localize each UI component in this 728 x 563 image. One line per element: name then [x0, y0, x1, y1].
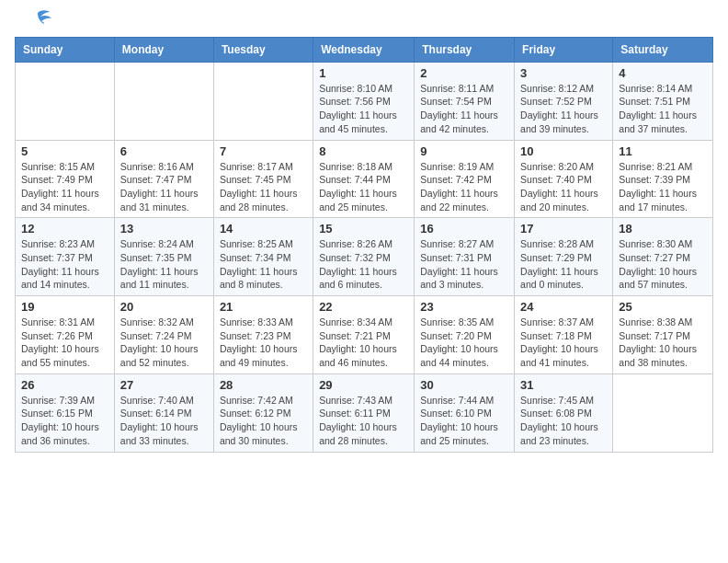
day-number: 20	[120, 300, 208, 314]
day-info: Sunrise: 7:40 AM Sunset: 6:14 PM Dayligh…	[120, 394, 208, 448]
day-info: Sunrise: 8:26 AM Sunset: 7:32 PM Dayligh…	[319, 237, 408, 292]
calendar-header-row: SundayMondayTuesdayWednesdayThursdayFrid…	[16, 37, 713, 62]
day-info: Sunrise: 8:32 AM Sunset: 7:24 PM Dayligh…	[120, 316, 208, 370]
day-info: Sunrise: 8:19 AM Sunset: 7:42 PM Dayligh…	[420, 160, 508, 214]
day-info: Sunrise: 8:23 AM Sunset: 7:37 PM Dayligh…	[21, 237, 108, 292]
day-info: Sunrise: 8:21 AM Sunset: 7:39 PM Dayligh…	[619, 160, 707, 214]
day-number: 10	[520, 144, 607, 158]
day-number: 15	[319, 222, 408, 236]
calendar-cell: 2Sunrise: 8:11 AM Sunset: 7:54 PM Daylig…	[415, 62, 515, 140]
calendar-cell: 5Sunrise: 8:15 AM Sunset: 7:49 PM Daylig…	[16, 140, 115, 218]
calendar-cell: 14Sunrise: 8:25 AM Sunset: 7:34 PM Dayli…	[213, 218, 313, 296]
calendar-cell: 27Sunrise: 7:40 AM Sunset: 6:14 PM Dayli…	[114, 373, 213, 452]
day-number: 31	[520, 378, 607, 392]
page-header	[0, 0, 728, 37]
day-number: 3	[520, 66, 607, 80]
calendar-cell: 8Sunrise: 8:18 AM Sunset: 7:44 PM Daylig…	[313, 140, 415, 218]
calendar-cell: 19Sunrise: 8:31 AM Sunset: 7:26 PM Dayli…	[16, 296, 115, 374]
calendar-cell: 26Sunrise: 7:39 AM Sunset: 6:15 PM Dayli…	[16, 373, 115, 452]
calendar-cell: 24Sunrise: 8:37 AM Sunset: 7:18 PM Dayli…	[515, 296, 613, 374]
day-number: 6	[120, 144, 208, 158]
day-number: 12	[21, 222, 108, 236]
calendar-cell: 17Sunrise: 8:28 AM Sunset: 7:29 PM Dayli…	[515, 218, 613, 296]
calendar-cell: 6Sunrise: 8:16 AM Sunset: 7:47 PM Daylig…	[114, 140, 213, 218]
calendar-cell: 28Sunrise: 7:42 AM Sunset: 6:12 PM Dayli…	[213, 373, 313, 452]
calendar-cell: 16Sunrise: 8:27 AM Sunset: 7:31 PM Dayli…	[415, 218, 515, 296]
day-number: 21	[220, 300, 307, 314]
calendar-cell: 1Sunrise: 8:10 AM Sunset: 7:56 PM Daylig…	[313, 62, 415, 140]
day-number: 18	[619, 222, 707, 236]
calendar-cell: 20Sunrise: 8:32 AM Sunset: 7:24 PM Dayli…	[114, 296, 213, 374]
day-info: Sunrise: 8:31 AM Sunset: 7:26 PM Dayligh…	[21, 316, 108, 370]
day-info: Sunrise: 8:27 AM Sunset: 7:31 PM Dayligh…	[420, 237, 508, 292]
day-info: Sunrise: 8:11 AM Sunset: 7:54 PM Dayligh…	[420, 82, 508, 136]
calendar-cell	[114, 62, 213, 140]
day-info: Sunrise: 8:34 AM Sunset: 7:21 PM Dayligh…	[319, 316, 408, 370]
calendar-cell: 23Sunrise: 8:35 AM Sunset: 7:20 PM Dayli…	[415, 296, 515, 374]
day-number: 16	[420, 222, 508, 236]
day-number: 13	[120, 222, 208, 236]
day-number: 22	[319, 300, 408, 314]
day-number: 30	[420, 378, 508, 392]
day-info: Sunrise: 7:44 AM Sunset: 6:10 PM Dayligh…	[420, 394, 508, 448]
day-number: 5	[21, 144, 108, 158]
calendar-week-row: 19Sunrise: 8:31 AM Sunset: 7:26 PM Dayli…	[16, 296, 713, 374]
calendar-table: SundayMondayTuesdayWednesdayThursdayFrid…	[15, 37, 713, 453]
day-number: 24	[520, 300, 607, 314]
day-header-sunday: Sunday	[16, 37, 115, 62]
day-number: 8	[319, 144, 408, 158]
logo	[22, 15, 51, 33]
day-info: Sunrise: 8:14 AM Sunset: 7:51 PM Dayligh…	[619, 82, 707, 136]
calendar-cell: 25Sunrise: 8:38 AM Sunset: 7:17 PM Dayli…	[613, 296, 713, 374]
day-number: 19	[21, 300, 108, 314]
day-info: Sunrise: 8:17 AM Sunset: 7:45 PM Dayligh…	[220, 160, 307, 214]
calendar-cell	[613, 373, 713, 452]
calendar-cell: 31Sunrise: 7:45 AM Sunset: 6:08 PM Dayli…	[515, 373, 613, 452]
day-number: 7	[220, 144, 307, 158]
day-header-tuesday: Tuesday	[213, 37, 313, 62]
calendar-cell: 11Sunrise: 8:21 AM Sunset: 7:39 PM Dayli…	[613, 140, 713, 218]
day-header-wednesday: Wednesday	[313, 37, 415, 62]
calendar-week-row: 12Sunrise: 8:23 AM Sunset: 7:37 PM Dayli…	[16, 218, 713, 296]
day-info: Sunrise: 8:10 AM Sunset: 7:56 PM Dayligh…	[319, 82, 408, 136]
day-info: Sunrise: 7:43 AM Sunset: 6:11 PM Dayligh…	[319, 394, 408, 448]
day-info: Sunrise: 8:33 AM Sunset: 7:23 PM Dayligh…	[220, 316, 307, 370]
calendar-cell: 15Sunrise: 8:26 AM Sunset: 7:32 PM Dayli…	[313, 218, 415, 296]
day-number: 29	[319, 378, 408, 392]
day-header-saturday: Saturday	[613, 37, 713, 62]
day-number: 1	[319, 66, 408, 80]
calendar-cell: 18Sunrise: 8:30 AM Sunset: 7:27 PM Dayli…	[613, 218, 713, 296]
day-info: Sunrise: 8:25 AM Sunset: 7:34 PM Dayligh…	[220, 237, 307, 292]
calendar-container: SundayMondayTuesdayWednesdayThursdayFrid…	[0, 37, 728, 464]
day-info: Sunrise: 8:15 AM Sunset: 7:49 PM Dayligh…	[21, 160, 108, 214]
day-info: Sunrise: 8:38 AM Sunset: 7:17 PM Dayligh…	[619, 316, 707, 370]
calendar-week-row: 26Sunrise: 7:39 AM Sunset: 6:15 PM Dayli…	[16, 373, 713, 452]
day-number: 26	[21, 378, 108, 392]
day-header-friday: Friday	[515, 37, 613, 62]
day-number: 28	[220, 378, 307, 392]
logo-bird-icon	[24, 9, 51, 29]
calendar-cell	[213, 62, 313, 140]
day-number: 23	[420, 300, 508, 314]
day-number: 4	[619, 66, 707, 80]
calendar-cell: 10Sunrise: 8:20 AM Sunset: 7:40 PM Dayli…	[515, 140, 613, 218]
day-number: 2	[420, 66, 508, 80]
calendar-cell: 13Sunrise: 8:24 AM Sunset: 7:35 PM Dayli…	[114, 218, 213, 296]
day-info: Sunrise: 7:42 AM Sunset: 6:12 PM Dayligh…	[220, 394, 307, 448]
calendar-cell: 4Sunrise: 8:14 AM Sunset: 7:51 PM Daylig…	[613, 62, 713, 140]
day-info: Sunrise: 8:28 AM Sunset: 7:29 PM Dayligh…	[520, 237, 607, 292]
day-number: 11	[619, 144, 707, 158]
day-number: 14	[220, 222, 307, 236]
day-info: Sunrise: 8:16 AM Sunset: 7:47 PM Dayligh…	[120, 160, 208, 214]
calendar-cell	[16, 62, 115, 140]
calendar-cell: 7Sunrise: 8:17 AM Sunset: 7:45 PM Daylig…	[213, 140, 313, 218]
calendar-cell: 29Sunrise: 7:43 AM Sunset: 6:11 PM Dayli…	[313, 373, 415, 452]
day-header-monday: Monday	[114, 37, 213, 62]
day-info: Sunrise: 7:39 AM Sunset: 6:15 PM Dayligh…	[21, 394, 108, 448]
day-number: 9	[420, 144, 508, 158]
calendar-cell: 3Sunrise: 8:12 AM Sunset: 7:52 PM Daylig…	[515, 62, 613, 140]
calendar-cell: 12Sunrise: 8:23 AM Sunset: 7:37 PM Dayli…	[16, 218, 115, 296]
day-info: Sunrise: 8:12 AM Sunset: 7:52 PM Dayligh…	[520, 82, 607, 136]
calendar-cell: 30Sunrise: 7:44 AM Sunset: 6:10 PM Dayli…	[415, 373, 515, 452]
day-info: Sunrise: 8:18 AM Sunset: 7:44 PM Dayligh…	[319, 160, 408, 214]
